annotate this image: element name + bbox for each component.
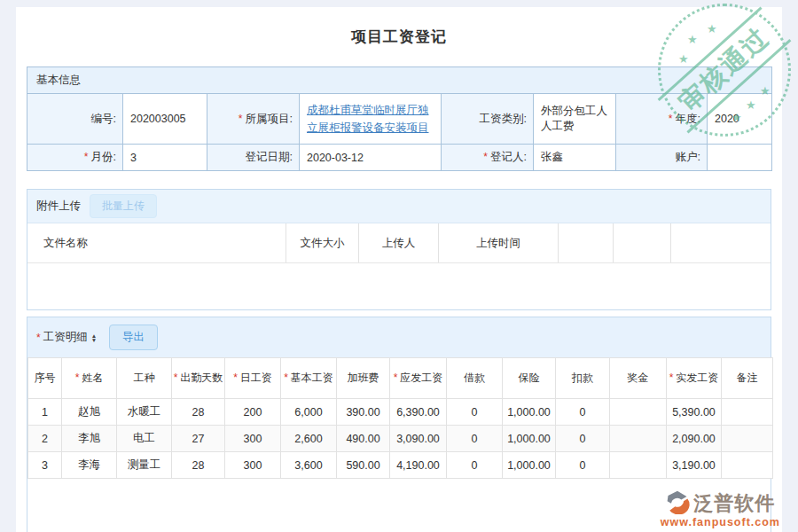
table-cell: 590.00	[337, 452, 390, 479]
attachment-section-title: 附件上传	[36, 199, 81, 214]
basic-info-table: 基本信息 编号:202003005*所属项目:成都杜甫草堂临时展厅独立展柜报警设…	[27, 66, 772, 171]
table-cell	[610, 426, 667, 452]
table-cell: 300	[225, 426, 281, 452]
attachment-column-header: 文件名称	[27, 223, 286, 262]
salary-column-header: 工种	[117, 358, 172, 399]
export-button[interactable]: 导出	[109, 325, 158, 350]
logo-text: 泛普软件	[693, 490, 775, 517]
table-cell: 6,390.00	[390, 399, 447, 426]
salary-column-header: 序号	[28, 358, 62, 399]
field-value-account	[708, 145, 772, 171]
attachment-column-empty	[613, 223, 670, 262]
salary-column-header: 加班费	[337, 358, 390, 399]
table-cell: 0	[447, 399, 503, 426]
table-cell: 赵旭	[62, 399, 117, 426]
table-cell: 1	[28, 399, 62, 426]
salary-required-asterisk: *	[36, 332, 41, 344]
field-value-month: 3	[123, 145, 207, 171]
field-label-month: *月份:	[27, 145, 123, 171]
salary-column-header: *基本工资	[281, 358, 337, 399]
table-cell: 水暖工	[117, 399, 172, 426]
table-cell: 2,600	[281, 426, 337, 452]
salary-column-header: 备注	[722, 358, 773, 399]
attachment-empty-list	[27, 263, 771, 309]
basic-info-section: 基本信息 编号:202003005*所属项目:成都杜甫草堂临时展厅独立展柜报警设…	[27, 66, 771, 171]
salary-header-row: 序号*姓名工种*出勤天数*日工资*基本工资加班费*应发工资借款保险扣款奖金*实发…	[28, 358, 773, 399]
table-row: 2李旭电工273002,600490.003,090.0001,000.0002…	[28, 426, 773, 452]
table-cell: 4,190.00	[390, 452, 447, 479]
attachment-column-header: 上传时间	[438, 223, 558, 262]
table-cell: 2,090.00	[667, 426, 722, 452]
table-cell	[722, 426, 773, 452]
table-cell: 390.00	[337, 399, 390, 426]
field-label-wage-type: 工资类别:	[442, 94, 534, 145]
table-cell: 490.00	[337, 426, 390, 452]
salary-table-body: 1赵旭水暖工282006,000390.006,390.0001,000.000…	[28, 399, 773, 479]
table-cell: 0	[447, 426, 503, 452]
main-panel: 项目工资登记 基本信息 编号:202003005*所属项目:成都杜甫草堂临时展厅…	[16, 7, 782, 532]
field-label-account: 账户:	[616, 145, 708, 171]
table-cell: 0	[447, 452, 503, 479]
table-cell: 3,190.00	[667, 452, 722, 479]
field-label-year: *年度:	[616, 94, 708, 145]
salary-column-header: *出勤天数	[172, 358, 225, 399]
table-cell: 李旭	[62, 426, 117, 452]
table-cell: 电工	[117, 426, 172, 452]
field-value-number: 202003005	[123, 94, 207, 145]
salary-column-header: *实发工资	[667, 358, 722, 399]
salary-column-header: 扣款	[556, 358, 610, 399]
attachment-columns: 文件名称文件大小上传人上传时间	[27, 223, 771, 263]
table-cell: 0	[556, 452, 610, 479]
attachment-column-empty	[558, 223, 613, 262]
table-cell: 0	[556, 399, 610, 426]
basic-info-row: *月份:3登记日期:2020-03-12*登记人:张鑫账户:	[27, 145, 772, 171]
table-cell	[722, 399, 773, 426]
logo-url: www.fanpusoft.com	[661, 516, 780, 528]
field-value-registrant: 张鑫	[534, 145, 616, 171]
table-cell	[610, 399, 667, 426]
salary-section-title: 工资明细	[43, 330, 88, 345]
table-cell: 测量工	[117, 452, 172, 479]
table-cell: 0	[556, 426, 610, 452]
salary-column-header: *应发工资	[390, 358, 447, 399]
field-value-year: 2020	[708, 94, 772, 145]
table-cell: 2	[28, 426, 62, 452]
table-row: 3李海测量工283003,600590.004,190.0001,000.000…	[28, 452, 773, 479]
attachment-column-header: 文件大小	[286, 223, 358, 262]
table-cell	[610, 452, 667, 479]
table-cell: 28	[172, 452, 225, 479]
table-cell: 1,000.00	[503, 452, 556, 479]
table-row: 1赵旭水暖工282006,000390.006,390.0001,000.000…	[28, 399, 773, 426]
attachment-column-empty	[670, 223, 771, 262]
attachment-section: 附件上传 批量上传 文件名称文件大小上传人上传时间	[27, 189, 771, 310]
table-cell: 200	[225, 399, 281, 426]
field-label-register-date: 登记日期:	[207, 145, 300, 171]
salary-column-header: 保险	[503, 358, 556, 399]
field-label-registrant: *登记人:	[442, 145, 534, 171]
table-cell: 李海	[62, 452, 117, 479]
fanpu-logo: 泛普软件 www.fanpusoft.com	[661, 489, 780, 528]
salary-column-header: *姓名	[62, 358, 117, 399]
field-value-register-date: 2020-03-12	[300, 145, 442, 171]
table-cell: 1,000.00	[503, 399, 556, 426]
table-cell: 5,390.00	[667, 399, 722, 426]
batch-upload-button[interactable]: 批量上传	[90, 194, 157, 218]
field-label-project: *所属项目:	[207, 94, 300, 145]
basic-info-section-title: 基本信息	[27, 67, 772, 94]
attachment-column-header: 上传人	[358, 223, 438, 262]
basic-info-row: 编号:202003005*所属项目:成都杜甫草堂临时展厅独立展柜报警设备安装项目…	[27, 94, 772, 145]
table-cell: 3	[28, 452, 62, 479]
table-cell: 300	[225, 452, 281, 479]
salary-column-header: *日工资	[225, 358, 281, 399]
salary-column-header: 借款	[447, 358, 503, 399]
salary-column-header: 奖金	[610, 358, 667, 399]
sort-spinner-icon[interactable]: ▲▼	[91, 333, 97, 342]
field-value-wage-type: 外部分包工人人工费	[534, 94, 616, 145]
table-cell: 28	[172, 399, 225, 426]
table-cell: 3,090.00	[390, 426, 447, 452]
salary-table: 序号*姓名工种*出勤天数*日工资*基本工资加班费*应发工资借款保险扣款奖金*实发…	[27, 357, 773, 479]
table-cell: 6,000	[281, 399, 337, 426]
field-value-project: 成都杜甫草堂临时展厅独立展柜报警设备安装项目	[300, 94, 442, 145]
field-label-number: 编号:	[27, 94, 123, 145]
project-link[interactable]: 成都杜甫草堂临时展厅独立展柜报警设备安装项目	[307, 104, 429, 134]
